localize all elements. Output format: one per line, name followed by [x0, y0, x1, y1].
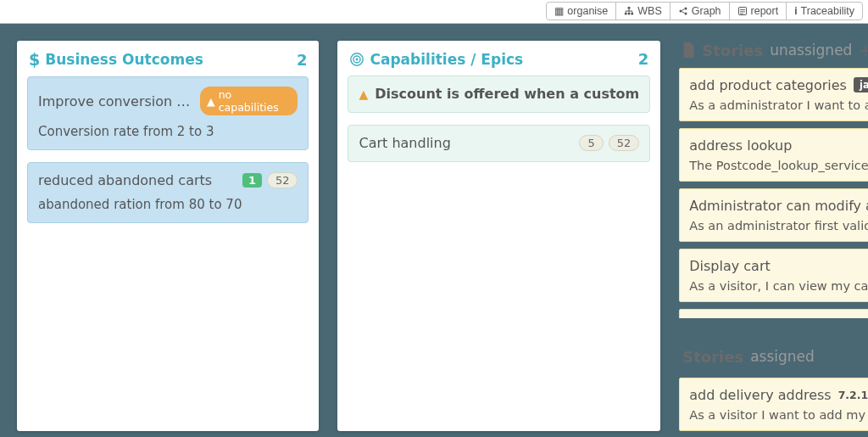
- share-icon: [678, 6, 688, 16]
- capability-card[interactable]: Cart handling 5 52: [348, 125, 650, 162]
- business-outcomes-panel: $ Business Outcomes 2 Improve conversion…: [17, 41, 319, 431]
- dollar-icon: $: [29, 50, 40, 69]
- capability-count-a: 5: [579, 135, 603, 151]
- capability-card[interactable]: ▲ Discount is offered when a custom: [348, 76, 650, 113]
- organise-label: organise: [567, 5, 608, 17]
- stories-label: Stories: [702, 42, 763, 59]
- stories-assigned-sub: assigned: [750, 348, 815, 365]
- svg-point-2: [628, 13, 631, 15]
- capabilities-count: 2: [638, 50, 649, 68]
- outcome-desc: Conversion rate from 2 to 3: [38, 124, 298, 139]
- svg-point-5: [684, 8, 687, 10]
- svg-point-10: [356, 58, 359, 60]
- stories-unassigned-list: add product categories java 4 As a admin…: [679, 68, 868, 318]
- outcome-card[interactable]: Improve conversion rate ▲ no capabilitie…: [27, 76, 309, 150]
- capability-title: Discount is offered when a custom: [375, 86, 639, 102]
- report-button[interactable]: report: [729, 2, 787, 20]
- business-outcomes-header: $ Business Outcomes 2: [17, 41, 319, 76]
- no-capabilities-label: no capabilities: [219, 88, 290, 114]
- board: $ Business Outcomes 2 Improve conversion…: [0, 24, 868, 431]
- stories-unassigned-header: Stories unassigned + 6: [679, 41, 868, 68]
- story-ref: 7.2.1: [838, 389, 868, 401]
- svg-point-1: [625, 13, 627, 15]
- story-card[interactable]: search 3 As a visitor I can search for p…: [679, 309, 868, 318]
- svg-point-6: [684, 13, 687, 15]
- story-card[interactable]: add delivery address 7.2.1 7 As a visito…: [679, 378, 868, 431]
- no-capabilities-badge: ▲ no capabilities: [200, 87, 298, 115]
- stories-assigned-header: Stories assigned 5: [679, 318, 868, 378]
- story-desc: As an administrator first validate super…: [689, 219, 868, 233]
- capabilities-panel: Capabilities / Epics 2 ▲ Discount is off…: [337, 41, 660, 431]
- story-tag: java: [854, 77, 868, 92]
- traceability-button[interactable]: i Traceability: [786, 2, 863, 20]
- outcome-title: Improve conversion rate: [38, 93, 193, 109]
- capability-count-b: 52: [609, 135, 640, 151]
- wbs-label: WBS: [637, 5, 661, 17]
- story-desc: The Postcode_lookup_service will retriev…: [689, 159, 868, 172]
- story-card[interactable]: Display cart 3 As a visitor, I can view …: [679, 249, 868, 302]
- business-outcomes-cards: Improve conversion rate ▲ no capabilitie…: [17, 76, 319, 235]
- report-icon: [737, 6, 748, 16]
- story-card[interactable]: Administrator can modify a user's pr 6 A…: [679, 188, 868, 242]
- capabilities-title: Capabilities / Epics: [370, 51, 523, 68]
- business-outcomes-count: 2: [297, 51, 308, 69]
- outcome-title: reduced abandoned carts: [38, 172, 212, 188]
- story-desc: As a visitor, I can view my cart [at any…: [689, 279, 868, 293]
- graph-label: Graph: [692, 5, 721, 17]
- business-outcomes-title: Business Outcomes: [45, 51, 203, 68]
- story-title: add delivery address: [689, 387, 831, 403]
- story-title: add product categories: [689, 77, 847, 93]
- story-title: Administrator can modify a user's pr: [689, 198, 868, 214]
- wbs-button[interactable]: WBS: [615, 2, 670, 20]
- info-icon: i: [794, 5, 797, 17]
- add-story-button[interactable]: +: [859, 42, 868, 59]
- outcome-card[interactable]: reduced abandoned carts 1 52 abandoned r…: [27, 162, 309, 223]
- story-card[interactable]: add product categories java 4 As a admin…: [679, 68, 868, 121]
- top-toolbar: ▦ organise WBS Graph report i Traceabili…: [0, 0, 868, 24]
- stories-label: Stories: [682, 348, 743, 366]
- layout-icon: ▦: [554, 5, 564, 17]
- warning-icon: ▲: [207, 95, 215, 108]
- stories-unassigned-sub: unassigned: [770, 42, 852, 59]
- traceability-label: Traceability: [801, 5, 854, 17]
- document-icon: [682, 42, 695, 58]
- organise-button[interactable]: ▦ organise: [546, 2, 616, 20]
- outcome-green-count: 1: [242, 173, 262, 188]
- story-card[interactable]: address lookup 6 The Postcode_lookup_ser…: [679, 128, 868, 182]
- warning-icon: ▲: [359, 87, 368, 101]
- story-title: address lookup: [689, 137, 792, 154]
- capabilities-cards: ▲ Discount is offered when a custom Cart…: [337, 76, 660, 174]
- tree-icon: [624, 6, 634, 16]
- report-label: report: [751, 5, 779, 17]
- target-icon: [349, 52, 364, 67]
- svg-point-0: [628, 7, 631, 9]
- stories-column: Stories unassigned + 6 add product categ…: [679, 41, 868, 431]
- stories-assigned-list: add delivery address 7.2.1 7 As a visito…: [679, 378, 868, 431]
- svg-point-3: [632, 13, 634, 15]
- graph-button[interactable]: Graph: [670, 2, 730, 20]
- capability-title: Cart handling: [359, 135, 450, 151]
- capabilities-header: Capabilities / Epics 2: [337, 41, 660, 76]
- outcome-grey-count: 52: [267, 172, 298, 188]
- outcome-desc: abandoned ration from 80 to 70: [38, 197, 298, 212]
- story-desc: As a administrator I want to add my prod…: [689, 98, 868, 112]
- story-title: Display cart: [689, 258, 771, 274]
- svg-point-4: [679, 10, 682, 13]
- story-desc: As a visitor I want to add my delivery_a…: [689, 408, 868, 422]
